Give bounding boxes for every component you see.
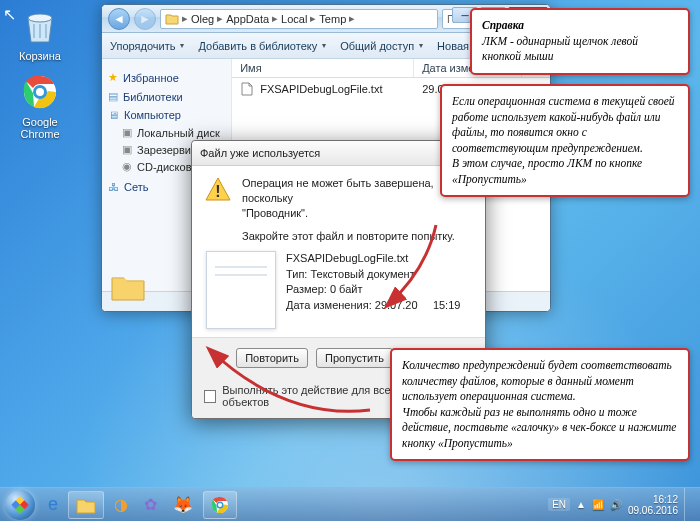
forward-button[interactable]: ►	[134, 8, 156, 30]
callout-checkbox: Количество предупреждений будет соответс…	[390, 348, 690, 461]
network-icon: 🖧	[108, 181, 119, 193]
taskbar-explorer[interactable]	[68, 491, 104, 519]
disc-icon: ◉	[122, 160, 132, 173]
start-button[interactable]	[0, 488, 40, 522]
sidebar-libraries[interactable]: ▤Библиотеки	[108, 90, 227, 103]
breadcrumb-item[interactable]: Local	[281, 13, 307, 25]
retry-button[interactable]: Повторить	[236, 348, 308, 368]
chrome-icon	[210, 495, 230, 515]
tray-flag-icon[interactable]: ▲	[576, 499, 586, 510]
firefox-icon: 🦊	[173, 495, 193, 514]
file-thumbnail	[206, 251, 276, 329]
skip-button[interactable]: Пропустить	[316, 348, 393, 368]
chrome-shortcut[interactable]: Google Chrome	[10, 70, 70, 140]
col-name[interactable]: Имя	[232, 59, 414, 77]
file-name: FXSAPIDebugLogFile.txt	[260, 83, 382, 95]
computer-icon: 🖥	[108, 109, 119, 121]
picasa-icon: ✿	[144, 495, 157, 514]
svg-point-7	[218, 503, 222, 507]
chrome-icon	[18, 70, 62, 114]
textfile-icon	[240, 82, 254, 96]
taskbar-firefox[interactable]: 🦊	[167, 491, 199, 519]
organize-button[interactable]: Упорядочить	[110, 40, 184, 52]
dialog-title: Файл уже используется	[200, 147, 320, 159]
clock[interactable]: 16:12 09.06.2016	[628, 494, 678, 516]
show-desktop-button[interactable]	[684, 488, 694, 522]
language-indicator[interactable]: EN	[548, 498, 570, 511]
wmp-icon: ◑	[114, 495, 128, 514]
taskbar-picasa[interactable]: ✿	[138, 491, 163, 519]
include-library-button[interactable]: Добавить в библиотеку	[198, 40, 326, 52]
folder-preview-icon	[108, 267, 148, 305]
breadcrumb-item[interactable]: AppData	[226, 13, 269, 25]
libraries-icon: ▤	[108, 90, 118, 103]
svg-point-3	[36, 88, 44, 96]
recycle-bin-label: Корзина	[10, 50, 70, 62]
folder-icon	[75, 495, 97, 515]
breadcrumb-item[interactable]: Oleg	[191, 13, 214, 25]
apply-all-checkbox[interactable]	[204, 390, 216, 403]
share-button[interactable]: Общий доступ	[340, 40, 423, 52]
callout-help: Справка ЛКМ - одинарный щелчок левой кно…	[470, 8, 690, 75]
back-button[interactable]: ◄	[108, 8, 130, 30]
dialog-message: Операция не может быть завершена, поскол…	[242, 176, 473, 243]
folder-icon	[165, 12, 179, 26]
chrome-label: Google Chrome	[10, 116, 70, 140]
taskbar-wmp[interactable]: ◑	[108, 491, 134, 519]
sidebar-local-disk[interactable]: ▣Локальный диск	[106, 124, 227, 141]
drive-icon: ▣	[122, 126, 132, 139]
warning-icon: !	[204, 176, 232, 204]
callout-skip: Если операционная система в текущей свое…	[440, 84, 690, 197]
recycle-bin[interactable]: Корзина	[10, 4, 70, 62]
tray-sound-icon[interactable]: 🔊	[610, 499, 622, 510]
taskbar-ie[interactable]: e	[42, 491, 64, 519]
svg-text:!: !	[215, 183, 220, 200]
tray-network-icon[interactable]: 📶	[592, 499, 604, 510]
star-icon: ★	[108, 71, 118, 84]
drive-icon: ▣	[122, 143, 132, 156]
address-bar[interactable]: ▸ Oleg ▸ AppData ▸ Local ▸ Temp ▸	[160, 9, 438, 29]
sidebar-computer[interactable]: 🖥Компьютер	[108, 109, 227, 121]
ie-icon: e	[48, 494, 58, 515]
breadcrumb-item[interactable]: Temp	[319, 13, 346, 25]
taskbar-chrome[interactable]	[203, 491, 237, 519]
svg-point-0	[28, 14, 52, 22]
windows-logo-icon	[5, 490, 35, 520]
recycle-bin-icon	[18, 4, 62, 48]
sidebar-favorites[interactable]: ★Избранное	[108, 71, 227, 84]
file-info: FXSAPIDebugLogFile.txt Тип: Текстовый до…	[286, 251, 460, 313]
taskbar: e ◑ ✿ 🦊 EN ▲ 📶 🔊 16:12 09.06.2016	[0, 487, 700, 521]
